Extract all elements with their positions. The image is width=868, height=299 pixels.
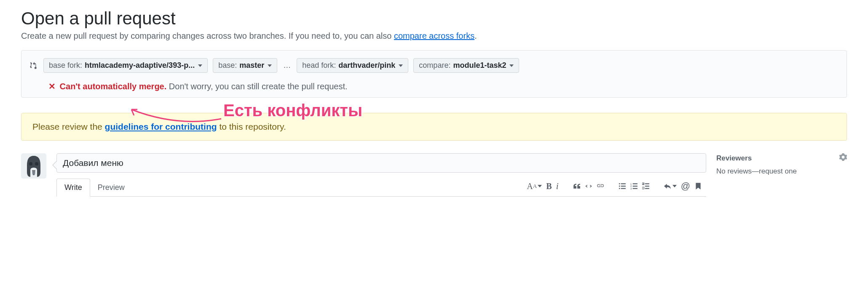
compare-row: base fork: htmlacademy-adaptive/393-p...… xyxy=(29,58,839,73)
svg-text:3: 3 xyxy=(630,187,632,190)
base-branch-select[interactable]: base: master xyxy=(213,58,277,73)
svg-point-1 xyxy=(29,162,32,166)
head-fork-select[interactable]: head fork: darthvader/pink xyxy=(297,58,408,73)
git-compare-icon xyxy=(29,61,38,70)
compare-label: compare: xyxy=(419,61,450,70)
contrib-pre: Please review the xyxy=(32,122,105,131)
svg-rect-21 xyxy=(645,186,649,187)
task-list-icon[interactable] xyxy=(642,182,650,190)
ellipsis: … xyxy=(282,61,292,70)
svg-point-7 xyxy=(619,186,620,187)
svg-rect-9 xyxy=(621,183,625,184)
bookmark-icon[interactable] xyxy=(694,182,702,190)
contrib-post: to this repository. xyxy=(217,122,286,131)
text-size-icon[interactable]: AA xyxy=(527,182,542,191)
compare-branch-select[interactable]: compare: module1-task2 xyxy=(413,58,519,73)
editor-toolbar: AA B i 123 @ xyxy=(527,181,706,194)
svg-rect-17 xyxy=(632,188,637,189)
base-fork-value: htmlacademy-adaptive/393-p... xyxy=(85,61,195,70)
head-fork-label: head fork: xyxy=(302,61,336,70)
caret-down-icon xyxy=(198,64,202,67)
gear-icon[interactable] xyxy=(839,153,847,163)
merge-error-text: Can't automatically merge. xyxy=(60,82,167,91)
merge-status: ✕ Can't automatically merge. Don't worry… xyxy=(48,81,839,91)
avatar[interactable] xyxy=(21,153,46,179)
base-fork-label: base fork: xyxy=(49,61,82,70)
unordered-list-icon[interactable] xyxy=(619,182,626,190)
page-title: Open a pull request xyxy=(21,8,847,29)
svg-point-2 xyxy=(35,162,38,166)
quote-icon[interactable] xyxy=(573,182,581,190)
svg-point-8 xyxy=(619,188,620,189)
svg-rect-16 xyxy=(632,186,637,187)
reviewers-body[interactable]: No reviews—request one xyxy=(716,167,847,176)
link-icon[interactable] xyxy=(597,182,604,190)
svg-rect-22 xyxy=(645,188,649,189)
page-subtitle: Create a new pull request by comparing c… xyxy=(21,31,847,41)
base-value: master xyxy=(239,61,264,70)
subtitle-text: Create a new pull request by comparing c… xyxy=(21,31,394,40)
bold-icon[interactable]: B xyxy=(546,182,552,191)
pr-form-row: Write Preview AA B i 123 xyxy=(21,153,847,197)
italic-icon[interactable]: i xyxy=(556,181,559,192)
reviewers-title: Reviewers xyxy=(716,154,752,163)
base-fork-select[interactable]: base fork: htmlacademy-adaptive/393-p... xyxy=(43,58,208,73)
caret-down-icon xyxy=(509,64,514,67)
mention-icon[interactable]: @ xyxy=(681,181,690,192)
tab-preview[interactable]: Preview xyxy=(90,179,132,196)
code-icon[interactable] xyxy=(585,182,592,190)
compare-value: module1-task2 xyxy=(453,61,506,70)
contributing-notice: Please review the guidelines for contrib… xyxy=(21,113,847,141)
ordered-list-icon[interactable]: 123 xyxy=(630,182,638,190)
svg-point-6 xyxy=(619,183,620,184)
reviewers-block: Reviewers No reviews—request one xyxy=(716,153,847,176)
svg-rect-20 xyxy=(645,183,649,184)
sidebar-column: Reviewers No reviews—request one xyxy=(716,153,847,183)
subtitle-post: . xyxy=(474,31,477,40)
svg-rect-3 xyxy=(32,171,35,171)
svg-rect-10 xyxy=(621,186,625,187)
form-column: Write Preview AA B i 123 xyxy=(56,153,706,197)
svg-rect-15 xyxy=(632,183,637,184)
compare-across-forks-link[interactable]: compare across forks xyxy=(394,31,474,40)
svg-rect-5 xyxy=(32,174,35,174)
pr-title-input[interactable] xyxy=(56,153,706,173)
tab-write[interactable]: Write xyxy=(56,179,90,197)
guidelines-link[interactable]: guidelines for contributing xyxy=(105,122,217,131)
base-label: base: xyxy=(218,61,237,70)
reply-icon[interactable] xyxy=(664,182,677,190)
head-fork-value: darthvader/pink xyxy=(338,61,395,70)
merge-rest-text: Don't worry, you can still create the pu… xyxy=(169,82,348,91)
svg-rect-4 xyxy=(32,172,35,173)
avatar-column xyxy=(21,153,46,179)
svg-rect-19 xyxy=(642,187,644,189)
caret-down-icon xyxy=(268,64,272,67)
compare-box: base fork: htmlacademy-adaptive/393-p...… xyxy=(21,50,847,98)
svg-rect-11 xyxy=(621,188,625,189)
editor-tabs: Write Preview AA B i 123 xyxy=(56,179,706,197)
caret-down-icon xyxy=(399,64,403,67)
x-icon: ✕ xyxy=(48,82,56,91)
